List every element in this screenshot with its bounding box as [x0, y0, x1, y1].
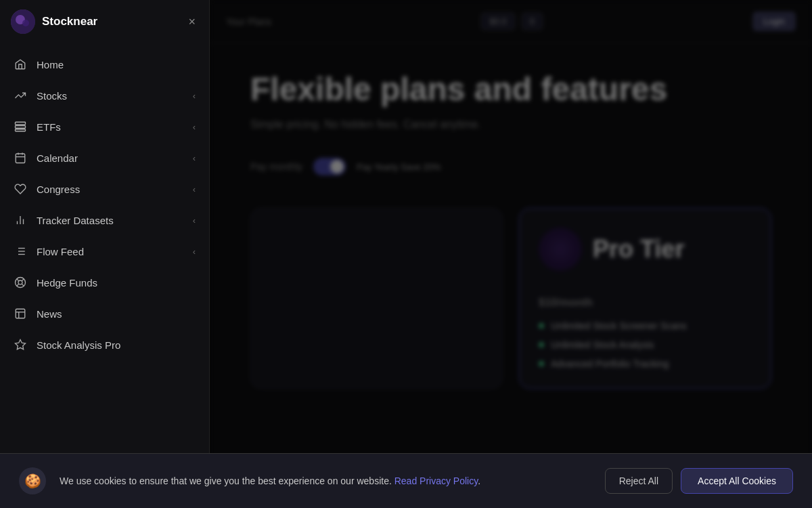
etfs-chevron-icon: ‹ [193, 122, 196, 132]
svg-line-21 [17, 279, 19, 281]
etfs-label: ETFs [37, 121, 61, 133]
stocks-icon [14, 89, 27, 102]
sidebar: Stocknear × Home [0, 0, 210, 508]
logo-avatar [11, 9, 35, 34]
sidebar-item-tracker-datasets[interactable]: Tracker Datasets ‹ [0, 205, 209, 236]
svg-rect-6 [16, 154, 25, 163]
stock-analysis-pro-icon [14, 338, 27, 352]
home-label: Home [37, 59, 64, 70]
congress-label: Congress [37, 184, 80, 195]
accept-cookies-button[interactable]: Accept All Cookies [681, 468, 793, 494]
calendar-label: Calendar [37, 152, 78, 164]
hedge-funds-icon [14, 276, 27, 289]
sidebar-header: Stocknear × [0, 0, 209, 43]
tracker-datasets-label: Tracker Datasets [37, 215, 114, 226]
flow-feed-label: Flow Feed [37, 246, 84, 257]
cookie-icon: 🍪 [19, 467, 46, 494]
sidebar-item-news[interactable]: News [0, 298, 209, 329]
close-sidebar-button[interactable]: × [185, 13, 198, 30]
calendar-icon [14, 151, 27, 165]
reject-cookies-button[interactable]: Reject All [605, 468, 673, 494]
privacy-policy-link[interactable]: Read Privacy Policy [394, 475, 478, 486]
svg-line-22 [22, 284, 24, 286]
app-title: Stocknear [42, 15, 97, 28]
sidebar-item-flow-feed[interactable]: Flow Feed ‹ [0, 236, 209, 267]
svg-line-23 [22, 279, 24, 281]
congress-icon [14, 182, 27, 196]
svg-line-24 [17, 284, 19, 286]
sidebar-item-hedge-funds[interactable]: Hedge Funds [0, 267, 209, 298]
sidebar-nav: Home Stocks ‹ [0, 43, 209, 508]
stock-analysis-pro-label: Stock Analysis Pro [37, 339, 120, 351]
tracker-chevron-icon: ‹ [193, 215, 196, 226]
flow-feed-icon [14, 245, 27, 258]
svg-marker-27 [16, 340, 26, 350]
cookie-banner: 🍪 We use cookies to ensure that we give … [0, 453, 812, 508]
hedge-funds-label: Hedge Funds [37, 277, 97, 289]
sidebar-item-congress[interactable]: Congress ‹ [0, 173, 209, 205]
svg-rect-3 [16, 122, 26, 125]
sidebar-item-stocks[interactable]: Stocks ‹ [0, 80, 209, 111]
stocks-chevron-icon: ‹ [193, 91, 196, 101]
svg-rect-5 [16, 129, 26, 131]
etfs-icon [14, 120, 27, 133]
sidebar-item-etfs[interactable]: ETFs ‹ [0, 111, 209, 142]
congress-chevron-icon: ‹ [193, 184, 196, 194]
flow-feed-chevron-icon: ‹ [193, 247, 196, 257]
sidebar-item-calendar[interactable]: Calendar ‹ [0, 142, 209, 173]
sidebar-item-home[interactable]: Home [0, 49, 209, 80]
stocks-label: Stocks [37, 90, 67, 102]
cookie-text: We use cookies to ensure that we give yo… [60, 474, 591, 488]
sidebar-item-stock-analysis-pro[interactable]: Stock Analysis Pro [0, 329, 209, 360]
tracker-icon [14, 213, 27, 227]
svg-rect-4 [16, 126, 26, 129]
news-label: News [37, 308, 62, 320]
svg-point-20 [18, 280, 22, 284]
main-overlay [210, 0, 812, 508]
news-icon [14, 307, 27, 320]
calendar-chevron-icon: ‹ [193, 153, 196, 163]
sidebar-logo: Stocknear [11, 9, 97, 34]
home-icon [14, 58, 27, 71]
svg-point-2 [22, 20, 29, 26]
